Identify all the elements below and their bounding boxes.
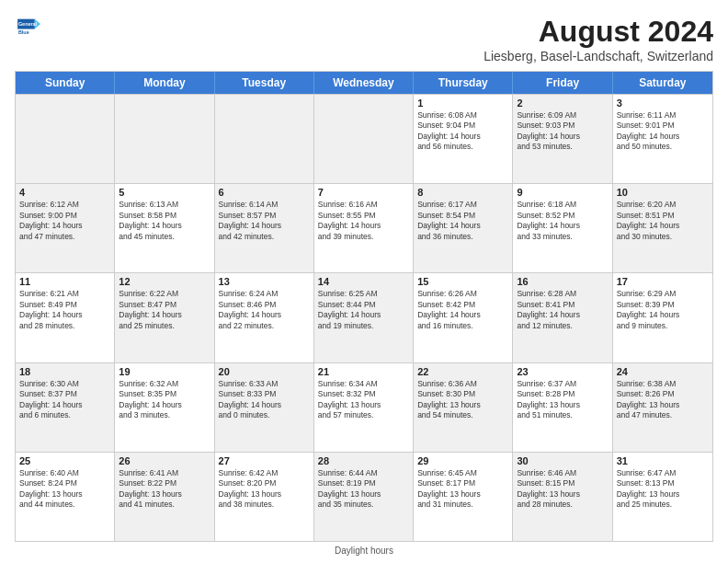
day-number: 5: [119, 187, 210, 198]
day-info: Sunrise: 6:41 AM Sunset: 8:22 PM Dayligh…: [119, 468, 210, 511]
day-cell-30: 30Sunrise: 6:46 AM Sunset: 8:15 PM Dayli…: [513, 453, 612, 541]
day-number: 14: [318, 276, 409, 287]
day-info: Sunrise: 6:32 AM Sunset: 8:35 PM Dayligh…: [119, 379, 210, 421]
empty-cell: [115, 95, 214, 183]
day-info: Sunrise: 6:28 AM Sunset: 8:41 PM Dayligh…: [517, 289, 608, 331]
day-info: Sunrise: 6:21 AM Sunset: 8:49 PM Dayligh…: [19, 289, 110, 331]
main-title: August 2024: [483, 15, 713, 49]
day-cell-16: 16Sunrise: 6:28 AM Sunset: 8:41 PM Dayli…: [513, 273, 612, 362]
day-info: Sunrise: 6:09 AM Sunset: 9:03 PM Dayligh…: [517, 110, 608, 153]
subtitle: Liesberg, Basel-Landschaft, Switzerland: [483, 49, 713, 63]
day-cell-22: 22Sunrise: 6:36 AM Sunset: 8:30 PM Dayli…: [414, 363, 513, 452]
day-number: 1: [417, 98, 508, 109]
page: General Blue August 2024 Liesberg, Basel…: [0, 0, 728, 563]
empty-cell: [314, 95, 414, 183]
day-info: Sunrise: 6:40 AM Sunset: 8:24 PM Dayligh…: [19, 468, 110, 511]
day-info: Sunrise: 6:25 AM Sunset: 8:44 PM Dayligh…: [318, 289, 409, 331]
day-info: Sunrise: 6:20 AM Sunset: 8:51 PM Dayligh…: [617, 200, 709, 242]
day-info: Sunrise: 6:13 AM Sunset: 8:58 PM Dayligh…: [119, 200, 210, 242]
day-cell-9: 9Sunrise: 6:18 AM Sunset: 8:52 PM Daylig…: [513, 184, 612, 272]
day-number: 11: [19, 276, 110, 287]
day-cell-14: 14Sunrise: 6:25 AM Sunset: 8:44 PM Dayli…: [314, 273, 414, 362]
day-info: Sunrise: 6:12 AM Sunset: 9:00 PM Dayligh…: [19, 200, 110, 242]
day-info: Sunrise: 6:38 AM Sunset: 8:26 PM Dayligh…: [617, 379, 709, 421]
day-info: Sunrise: 6:45 AM Sunset: 8:17 PM Dayligh…: [417, 468, 508, 511]
day-number: 24: [617, 366, 709, 377]
svg-text:Blue: Blue: [18, 29, 29, 35]
day-cell-13: 13Sunrise: 6:24 AM Sunset: 8:46 PM Dayli…: [215, 273, 314, 362]
day-number: 16: [517, 276, 608, 287]
day-cell-25: 25Sunrise: 6:40 AM Sunset: 8:24 PM Dayli…: [16, 453, 115, 541]
empty-cell: [16, 95, 115, 183]
day-number: 7: [318, 187, 409, 198]
daylight-label: Daylight hours: [335, 546, 393, 556]
day-number: 13: [219, 276, 310, 287]
calendar-week-5: 25Sunrise: 6:40 AM Sunset: 8:24 PM Dayli…: [16, 452, 712, 541]
day-cell-29: 29Sunrise: 6:45 AM Sunset: 8:17 PM Dayli…: [414, 453, 513, 541]
day-number: 30: [517, 455, 608, 466]
day-cell-23: 23Sunrise: 6:37 AM Sunset: 8:28 PM Dayli…: [513, 363, 612, 452]
logo-icon: General Blue: [15, 15, 40, 40]
day-number: 4: [19, 187, 110, 198]
day-cell-31: 31Sunrise: 6:47 AM Sunset: 8:13 PM Dayli…: [613, 453, 712, 541]
day-cell-24: 24Sunrise: 6:38 AM Sunset: 8:26 PM Dayli…: [613, 363, 712, 452]
day-number: 22: [417, 366, 508, 377]
day-header-thursday: Thursday: [414, 72, 513, 94]
day-number: 26: [119, 455, 210, 466]
day-info: Sunrise: 6:17 AM Sunset: 8:54 PM Dayligh…: [417, 200, 508, 242]
day-number: 19: [119, 366, 210, 377]
day-cell-28: 28Sunrise: 6:44 AM Sunset: 8:19 PM Dayli…: [314, 453, 414, 541]
day-number: 23: [517, 366, 608, 377]
day-cell-11: 11Sunrise: 6:21 AM Sunset: 8:49 PM Dayli…: [16, 273, 115, 362]
day-info: Sunrise: 6:14 AM Sunset: 8:57 PM Dayligh…: [219, 200, 310, 242]
day-header-friday: Friday: [513, 72, 612, 94]
day-cell-4: 4Sunrise: 6:12 AM Sunset: 9:00 PM Daylig…: [16, 184, 115, 272]
day-number: 31: [617, 455, 709, 466]
day-number: 27: [219, 455, 310, 466]
logo: General Blue: [15, 15, 40, 40]
calendar-week-3: 11Sunrise: 6:21 AM Sunset: 8:49 PM Dayli…: [16, 272, 712, 362]
day-header-tuesday: Tuesday: [215, 72, 314, 94]
day-info: Sunrise: 6:16 AM Sunset: 8:55 PM Dayligh…: [318, 200, 409, 242]
day-header-sunday: Sunday: [16, 72, 115, 94]
day-number: 10: [617, 187, 709, 198]
day-cell-2: 2Sunrise: 6:09 AM Sunset: 9:03 PM Daylig…: [513, 95, 612, 183]
title-block: August 2024 Liesberg, Basel-Landschaft, …: [483, 15, 713, 63]
day-info: Sunrise: 6:34 AM Sunset: 8:32 PM Dayligh…: [318, 379, 409, 421]
day-info: Sunrise: 6:42 AM Sunset: 8:20 PM Dayligh…: [219, 468, 310, 511]
calendar-week-4: 18Sunrise: 6:30 AM Sunset: 8:37 PM Dayli…: [16, 362, 712, 452]
calendar-week-2: 4Sunrise: 6:12 AM Sunset: 9:00 PM Daylig…: [16, 183, 712, 272]
day-number: 18: [19, 366, 110, 377]
day-info: Sunrise: 6:30 AM Sunset: 8:37 PM Dayligh…: [19, 379, 110, 421]
day-cell-7: 7Sunrise: 6:16 AM Sunset: 8:55 PM Daylig…: [314, 184, 414, 272]
day-number: 12: [119, 276, 210, 287]
day-cell-15: 15Sunrise: 6:26 AM Sunset: 8:42 PM Dayli…: [414, 273, 513, 362]
day-number: 3: [617, 98, 709, 109]
day-info: Sunrise: 6:24 AM Sunset: 8:46 PM Dayligh…: [219, 289, 310, 331]
day-info: Sunrise: 6:47 AM Sunset: 8:13 PM Dayligh…: [617, 468, 709, 511]
day-info: Sunrise: 6:46 AM Sunset: 8:15 PM Dayligh…: [517, 468, 608, 511]
day-cell-5: 5Sunrise: 6:13 AM Sunset: 8:58 PM Daylig…: [115, 184, 214, 272]
calendar-body: 1Sunrise: 6:08 AM Sunset: 9:04 PM Daylig…: [16, 94, 712, 541]
day-info: Sunrise: 6:44 AM Sunset: 8:19 PM Dayligh…: [318, 468, 409, 511]
day-cell-12: 12Sunrise: 6:22 AM Sunset: 8:47 PM Dayli…: [115, 273, 214, 362]
day-number: 20: [219, 366, 310, 377]
empty-cell: [215, 95, 314, 183]
day-number: 6: [219, 187, 310, 198]
day-info: Sunrise: 6:08 AM Sunset: 9:04 PM Dayligh…: [417, 110, 508, 153]
day-header-wednesday: Wednesday: [314, 72, 414, 94]
day-cell-10: 10Sunrise: 6:20 AM Sunset: 8:51 PM Dayli…: [613, 184, 712, 272]
footer-note: Daylight hours: [15, 546, 713, 556]
day-number: 25: [19, 455, 110, 466]
calendar-week-1: 1Sunrise: 6:08 AM Sunset: 9:04 PM Daylig…: [16, 94, 712, 183]
day-number: 8: [417, 187, 508, 198]
day-number: 17: [617, 276, 709, 287]
day-cell-27: 27Sunrise: 6:42 AM Sunset: 8:20 PM Dayli…: [215, 453, 314, 541]
day-info: Sunrise: 6:36 AM Sunset: 8:30 PM Dayligh…: [417, 379, 508, 421]
day-cell-21: 21Sunrise: 6:34 AM Sunset: 8:32 PM Dayli…: [314, 363, 414, 452]
svg-text:General: General: [18, 21, 38, 27]
day-info: Sunrise: 6:26 AM Sunset: 8:42 PM Dayligh…: [417, 289, 508, 331]
day-info: Sunrise: 6:29 AM Sunset: 8:39 PM Dayligh…: [617, 289, 709, 331]
day-info: Sunrise: 6:22 AM Sunset: 8:47 PM Dayligh…: [119, 289, 210, 331]
calendar: SundayMondayTuesdayWednesdayThursdayFrid…: [15, 71, 713, 542]
